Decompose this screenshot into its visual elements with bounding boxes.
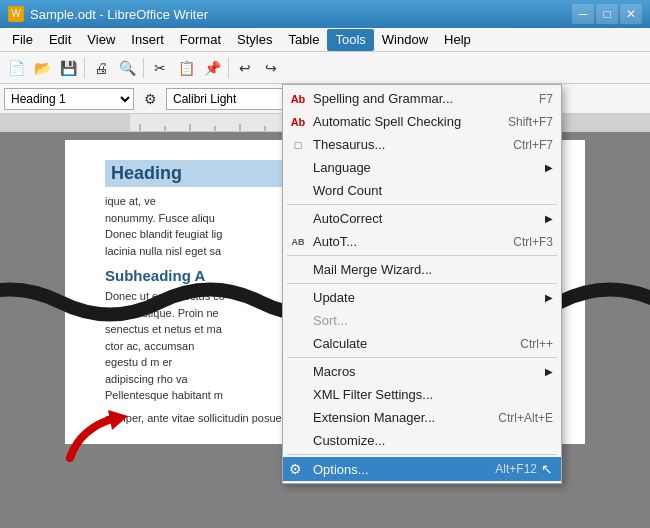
cut-button[interactable]: ✂: [148, 56, 172, 80]
app-icon: W: [8, 6, 24, 22]
title-text: Sample.odt - LibreOffice Writer: [30, 7, 208, 22]
menu-item-customize[interactable]: Customize...: [283, 429, 561, 452]
paste-button[interactable]: 📌: [200, 56, 224, 80]
menu-insert[interactable]: Insert: [123, 29, 172, 51]
print-button[interactable]: 🖨: [89, 56, 113, 80]
redo-button[interactable]: ↪: [259, 56, 283, 80]
menu-item-update[interactable]: Update ▶: [283, 286, 561, 309]
close-button[interactable]: ✕: [620, 4, 642, 24]
menu-tools[interactable]: Tools: [327, 29, 373, 51]
menu-item-spelling[interactable]: Ab Spelling and Grammar... F7: [283, 87, 561, 110]
update-submenu-arrow: ▶: [545, 292, 553, 303]
menu-item-macros[interactable]: Macros ▶: [283, 360, 561, 383]
tools-dropdown-menu: Ab Spelling and Grammar... F7 Ab Automat…: [282, 84, 562, 484]
menu-sep-5: [287, 454, 557, 455]
open-button[interactable]: 📂: [30, 56, 54, 80]
menu-file[interactable]: File: [4, 29, 41, 51]
window-controls: ─ □ ✕: [572, 4, 642, 24]
auto-spell-icon: Ab: [289, 116, 307, 128]
menu-item-mail-merge[interactable]: Mail Merge Wizard...: [283, 258, 561, 281]
menu-item-autocorrect[interactable]: AutoCorrect ▶: [283, 207, 561, 230]
menu-styles[interactable]: Styles: [229, 29, 280, 51]
cursor-icon: ↖: [541, 461, 553, 477]
menu-item-xml-filter[interactable]: XML Filter Settings...: [283, 383, 561, 406]
menu-item-extension-manager[interactable]: Extension Manager... Ctrl+Alt+E: [283, 406, 561, 429]
menu-item-word-count[interactable]: Word Count: [283, 179, 561, 202]
gear-icon: ⚙: [289, 461, 302, 477]
menu-item-calculate[interactable]: Calculate Ctrl++: [283, 332, 561, 355]
title-bar: W Sample.odt - LibreOffice Writer ─ □ ✕: [0, 0, 650, 28]
main-toolbar: 📄 📂 💾 🖨 🔍 ✂ 📋 📌 ↩ ↪: [0, 52, 650, 84]
menu-sep-2: [287, 255, 557, 256]
menu-sep-3: [287, 283, 557, 284]
thesaurus-icon: □: [289, 139, 307, 151]
menu-help[interactable]: Help: [436, 29, 479, 51]
minimize-button[interactable]: ─: [572, 4, 594, 24]
preview-button[interactable]: 🔍: [115, 56, 139, 80]
menu-item-autotext[interactable]: AB AutoT... Ctrl+F3: [283, 230, 561, 253]
autocorrect-submenu-arrow: ▶: [545, 213, 553, 224]
maximize-button[interactable]: □: [596, 4, 618, 24]
menu-format[interactable]: Format: [172, 29, 229, 51]
toolbar-separator-2: [143, 58, 144, 78]
svg-rect-1: [0, 114, 130, 132]
menu-item-language[interactable]: Language ▶: [283, 156, 561, 179]
spelling-icon: Ab: [289, 93, 307, 105]
language-submenu-arrow: ▶: [545, 162, 553, 173]
macros-submenu-arrow: ▶: [545, 366, 553, 377]
menu-item-thesaurus[interactable]: □ Thesaurus... Ctrl+F7: [283, 133, 561, 156]
menu-table[interactable]: Table: [280, 29, 327, 51]
copy-button[interactable]: 📋: [174, 56, 198, 80]
paragraph-style-select[interactable]: Heading 1 Default Paragraph Style Headin…: [4, 88, 134, 110]
menu-window[interactable]: Window: [374, 29, 436, 51]
menu-item-options[interactable]: ⚙ Options... Alt+F12 ↖: [283, 457, 561, 481]
autotext-icon: AB: [289, 237, 307, 247]
menu-sep-4: [287, 357, 557, 358]
menu-bar: File Edit View Insert Format Styles Tabl…: [0, 28, 650, 52]
document-heading: Heading: [105, 160, 305, 187]
toolbar-separator-1: [84, 58, 85, 78]
menu-item-sort: Sort...: [283, 309, 561, 332]
undo-button[interactable]: ↩: [233, 56, 257, 80]
font-name-select[interactable]: Calibri Light Arial Times New Roman: [166, 88, 296, 110]
menu-sep-1: [287, 204, 557, 205]
style-button[interactable]: ⚙: [138, 87, 162, 111]
new-button[interactable]: 📄: [4, 56, 28, 80]
menu-item-auto-spell[interactable]: Ab Automatic Spell Checking Shift+F7: [283, 110, 561, 133]
toolbar-separator-3: [228, 58, 229, 78]
menu-view[interactable]: View: [79, 29, 123, 51]
save-button[interactable]: 💾: [56, 56, 80, 80]
menu-edit[interactable]: Edit: [41, 29, 79, 51]
